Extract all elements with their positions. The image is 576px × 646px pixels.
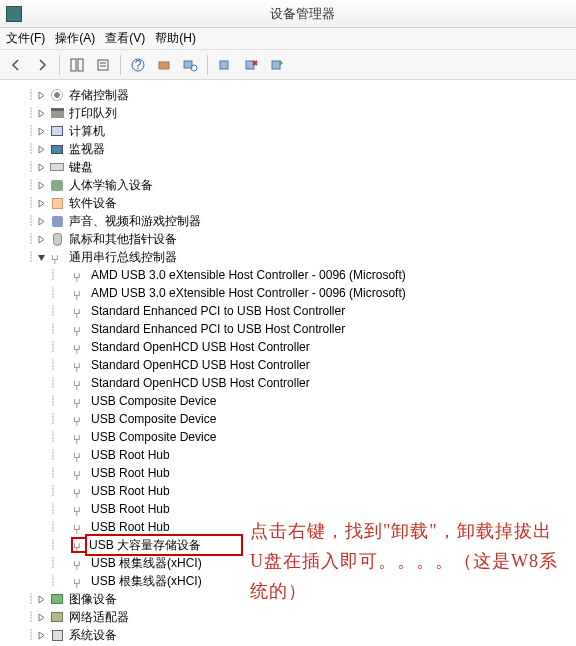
expand-right-icon[interactable] [35,161,47,173]
help-button[interactable]: ? [126,53,150,77]
tree-node-label: Standard OpenHCD USB Host Controller [91,374,310,392]
tree-node-label: 计算机 [69,122,105,140]
tree-connector: ┊ [50,536,55,554]
properties-button[interactable] [91,53,115,77]
expand-right-icon[interactable] [35,593,47,605]
expand-none-icon [57,557,69,569]
forward-button[interactable] [30,53,54,77]
menu-view[interactable]: 查看(V) [105,30,145,47]
tree-connector: ┊ [50,554,55,572]
disable-button[interactable] [265,53,289,77]
tree-node[interactable]: ┊鼠标和其他指针设备 [4,230,576,248]
tree-connector: ┊ [28,86,33,104]
tree-node[interactable]: ┊USB Composite Device [4,410,576,428]
expand-none-icon [57,377,69,389]
tree-node-label: USB Root Hub [91,446,170,464]
annotation-text: 点击右键，找到"卸载"，卸载掉拔出U盘在插入即可。。。。（这是W8系统的） [250,516,560,606]
usb-icon [71,357,87,373]
uninstall-button[interactable] [239,53,263,77]
tree-node-label: USB 根集线器(xHCI) [91,572,202,590]
separator [207,55,208,75]
tree-node[interactable]: ┊USB Root Hub [4,446,576,464]
expand-right-icon[interactable] [35,179,47,191]
sound-icon [49,213,65,229]
tree-node[interactable]: ┊网络适配器 [4,608,576,626]
usb-icon [71,519,87,535]
tree-node[interactable]: ┊AMD USB 3.0 eXtensible Host Controller … [4,266,576,284]
usb-icon [71,501,87,517]
menu-action[interactable]: 操作(A) [55,30,95,47]
scan-button[interactable] [178,53,202,77]
expand-down-icon[interactable] [35,251,47,263]
svg-text:?: ? [135,58,142,72]
tree-connector: ┊ [28,176,33,194]
mouse-icon [49,231,65,247]
svg-rect-0 [71,59,76,71]
action-button[interactable] [152,53,176,77]
tree-node[interactable]: ┊通用串行总线控制器 [4,248,576,266]
tree-node[interactable]: ┊AMD USB 3.0 eXtensible Host Controller … [4,284,576,302]
menu-file[interactable]: 文件(F) [6,30,45,47]
expand-right-icon[interactable] [35,233,47,245]
tree-node[interactable]: ┊Standard OpenHCD USB Host Controller [4,374,576,392]
expand-none-icon [57,431,69,443]
tree-connector: ┊ [28,590,33,608]
expand-right-icon[interactable] [35,215,47,227]
tree-node[interactable]: ┊Standard OpenHCD USB Host Controller [4,338,576,356]
tree-node[interactable]: ┊Standard Enhanced PCI to USB Host Contr… [4,302,576,320]
tree-node[interactable]: ┊打印队列 [4,104,576,122]
tree-connector: ┊ [28,194,33,212]
expand-right-icon[interactable] [35,143,47,155]
expand-right-icon[interactable] [35,611,47,623]
tree-connector: ┊ [28,626,33,644]
expand-none-icon [57,539,69,551]
tree-node[interactable]: ┊Standard OpenHCD USB Host Controller [4,356,576,374]
expand-right-icon[interactable] [35,197,47,209]
expand-right-icon[interactable] [35,125,47,137]
tree-node[interactable]: ┊计算机 [4,122,576,140]
tree-node-label: USB Root Hub [91,500,170,518]
tree-node-label: 通用串行总线控制器 [69,248,177,266]
tree-connector: ┊ [28,212,33,230]
tree-node[interactable]: ┊系统设备 [4,626,576,644]
tree-node[interactable]: ┊键盘 [4,158,576,176]
usb-icon [71,465,87,481]
tree-node[interactable]: ┊声音、视频和游戏控制器 [4,212,576,230]
menu-help[interactable]: 帮助(H) [155,30,196,47]
tree-node-label: Standard OpenHCD USB Host Controller [91,338,310,356]
show-hide-tree-button[interactable] [65,53,89,77]
tree-connector: ┊ [50,302,55,320]
gear-icon [49,87,65,103]
tree-node[interactable]: ┊USB Root Hub [4,464,576,482]
tree-node[interactable]: ┊存储控制器 [4,86,576,104]
tree-connector: ┊ [50,284,55,302]
expand-right-icon[interactable] [35,107,47,119]
svg-rect-1 [78,59,83,71]
tree-node-label: 存储控制器 [69,86,129,104]
tree-connector: ┊ [28,140,33,158]
tree-connector: ┊ [28,248,33,266]
update-driver-button[interactable] [213,53,237,77]
usb-icon [71,411,87,427]
kb-icon [49,159,65,175]
back-button[interactable] [4,53,28,77]
expand-none-icon [57,269,69,281]
expand-right-icon[interactable] [35,89,47,101]
expand-none-icon [57,485,69,497]
tree-node-label: USB Composite Device [91,410,216,428]
tree-node[interactable]: ┊USB Root Hub [4,482,576,500]
usb-icon [71,321,87,337]
tree-node[interactable]: ┊USB Composite Device [4,428,576,446]
tree-node[interactable]: ┊USB Composite Device [4,392,576,410]
tree-node-label: USB Composite Device [91,428,216,446]
tree-node-label: USB Root Hub [91,482,170,500]
tree-node[interactable]: ┊Standard Enhanced PCI to USB Host Contr… [4,320,576,338]
tree-node[interactable]: ┊软件设备 [4,194,576,212]
tree-connector: ┊ [50,338,55,356]
tree-node[interactable]: ┊监视器 [4,140,576,158]
tree-node[interactable]: ┊人体学输入设备 [4,176,576,194]
usb-icon [71,429,87,445]
expand-right-icon[interactable] [35,629,47,641]
tree-connector: ┊ [50,392,55,410]
tree-connector: ┊ [50,374,55,392]
